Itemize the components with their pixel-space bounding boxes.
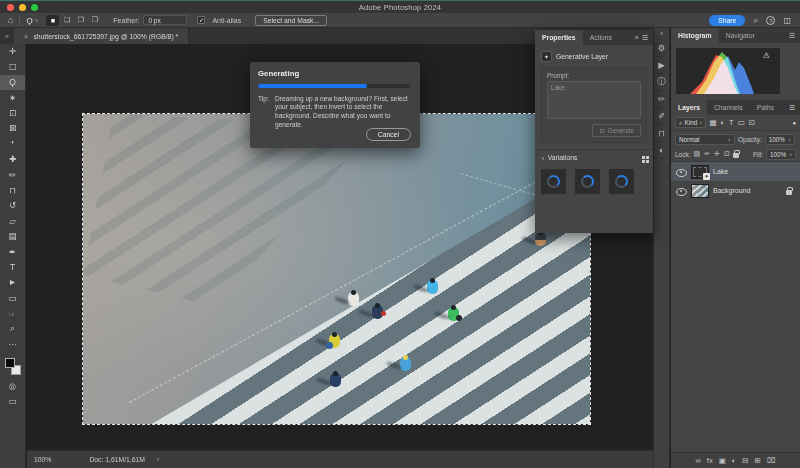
lock-transparency-icon[interactable]: ▨ — [694, 150, 701, 158]
home-icon[interactable]: ⌂ — [8, 15, 13, 25]
tab-histogram[interactable]: Histogram — [671, 28, 719, 43]
clone-stamp-tool[interactable]: ⊓ — [0, 183, 25, 198]
add-layer-mask-icon[interactable]: ▣ — [719, 456, 726, 465]
expand-panels-icon[interactable]: « — [654, 28, 669, 40]
chevron-down-icon[interactable]: ∨ — [541, 155, 545, 161]
tab-navigator[interactable]: Navigator — [719, 28, 762, 43]
opacity-dropdown[interactable]: 100% ∨ — [765, 134, 795, 145]
foreground-color-swatch[interactable] — [5, 358, 15, 368]
path-select-tool[interactable]: ► — [0, 275, 25, 290]
type-tool[interactable]: T — [0, 259, 25, 274]
magic-wand-tool[interactable]: ✶ — [0, 90, 25, 105]
lock-artboard-icon[interactable]: ⊡ — [724, 150, 730, 158]
quick-mask-button[interactable]: ◎ — [0, 379, 25, 394]
brush-settings-panel-icon[interactable]: ✐ — [654, 108, 669, 125]
new-selection[interactable]: ■ — [46, 15, 59, 26]
lasso-tool[interactable]: Ϙ — [0, 75, 25, 90]
add-to-selection[interactable]: ❏ — [60, 15, 73, 26]
chevron-down-icon[interactable]: ∨ — [35, 17, 39, 23]
adjustments-panel-icon[interactable]: ◐ — [654, 142, 669, 159]
history-brush-tool[interactable]: ↺ — [0, 198, 25, 213]
workspace-switcher-icon[interactable]: ◫ — [783, 16, 791, 25]
marquee-tool[interactable]: ☐ — [0, 59, 25, 74]
filter-type-layers-icon[interactable]: T — [729, 118, 734, 127]
tab-actions[interactable]: Actions — [583, 30, 619, 45]
lock-all-icon[interactable] — [733, 153, 739, 158]
more-tools[interactable]: ⋯ — [0, 336, 25, 351]
select-and-mask-button[interactable]: Select and Mask... — [255, 15, 327, 26]
gradient-tool[interactable]: ▤ — [0, 229, 25, 244]
search-icon[interactable]: ⌕ — [753, 15, 758, 26]
panel-menu-icon[interactable]: ☰ — [789, 100, 800, 115]
tab-layers[interactable]: Layers — [671, 100, 707, 115]
layer-name[interactable]: Lake — [713, 168, 728, 175]
filter-toggle-icon[interactable]: ● — [792, 120, 796, 126]
lock-pixels-icon[interactable]: ✏ — [704, 150, 710, 158]
layer-row-lake[interactable]: ✦ Lake — [671, 162, 800, 181]
document-image[interactable] — [83, 114, 590, 424]
frame-tool[interactable]: ⊠ — [0, 121, 25, 136]
subtract-from-selection[interactable]: ❐ — [74, 15, 87, 26]
help-icon[interactable]: ? — [766, 16, 775, 25]
close-tab-icon[interactable]: × — [24, 32, 28, 41]
new-adjustment-layer-icon[interactable]: ◐ — [732, 456, 737, 465]
filter-smart-objects-icon[interactable]: ⊡ — [749, 118, 755, 127]
filter-pixel-layers-icon[interactable]: ▦ — [709, 118, 716, 127]
share-button[interactable]: Share — [709, 15, 745, 26]
brush-tool[interactable]: ✏ — [0, 167, 25, 182]
antialias-checkbox[interactable]: ✓ — [197, 16, 205, 24]
clone-source-panel-icon[interactable]: ⊓ — [654, 125, 669, 142]
tab-channels[interactable]: Channels — [707, 100, 750, 115]
panel-menu-icon[interactable]: ☰ — [642, 30, 653, 45]
cached-data-warning-icon[interactable]: ⚠ — [763, 51, 770, 60]
toolbar-expand-icon[interactable]: » — [0, 28, 14, 44]
eraser-tool[interactable]: ▱ — [0, 213, 25, 228]
healing-brush-tool[interactable]: ✚ — [0, 152, 25, 167]
grid-view-icon[interactable] — [642, 156, 645, 159]
brushes-panel-icon[interactable]: ✏ — [654, 91, 669, 108]
status-options-chevron-icon[interactable]: › — [157, 456, 159, 463]
pen-tool[interactable]: ✒ — [0, 244, 25, 259]
move-tool[interactable]: ✛ — [0, 44, 25, 59]
actions-panel-icon[interactable]: ▶ — [654, 57, 669, 74]
collapse-panel-icon[interactable]: » — [635, 30, 642, 45]
tab-properties[interactable]: Properties — [535, 30, 583, 45]
intersect-selection[interactable]: ❒ — [88, 15, 101, 26]
layer-thumbnail[interactable] — [691, 184, 709, 198]
generate-button[interactable]: ⊡ Generate — [592, 124, 641, 137]
filter-shape-layers-icon[interactable]: ▭ — [738, 118, 745, 127]
prompt-input[interactable]: Lake — [547, 81, 641, 119]
new-group-icon[interactable]: ⊟ — [742, 456, 748, 465]
zoom-level-input[interactable]: 100% — [34, 456, 51, 463]
layer-name[interactable]: Background — [713, 187, 750, 194]
info-panel-icon[interactable]: ⓘ — [654, 74, 669, 91]
link-layers-icon[interactable]: ∞ — [695, 456, 700, 465]
eyedropper-tool[interactable]: ❜ — [0, 136, 25, 151]
feather-input[interactable]: 0 px — [143, 15, 187, 25]
lock-position-icon[interactable]: ✛ — [714, 150, 720, 158]
fill-dropdown[interactable]: 100% ∨ — [766, 149, 796, 160]
zoom-tool[interactable]: ⌕ — [0, 321, 25, 336]
layer-thumbnail[interactable]: ✦ — [691, 165, 709, 179]
crop-tool[interactable]: ⊡ — [0, 106, 25, 121]
document-tab[interactable]: × shutterstock_661725397.jpg @ 100% (RGB… — [14, 28, 189, 44]
tab-paths[interactable]: Paths — [750, 100, 781, 115]
visibility-eye-icon[interactable] — [675, 186, 687, 196]
visibility-eye-icon[interactable] — [675, 167, 687, 177]
panel-menu-icon[interactable]: ☰ — [789, 28, 800, 43]
layer-effects-icon[interactable]: fx — [707, 456, 713, 465]
properties-panel-icon[interactable]: ⚙ — [654, 40, 669, 57]
variation-1[interactable] — [541, 169, 566, 194]
screen-mode-button[interactable]: ▭ — [0, 394, 25, 409]
delete-layer-icon[interactable]: ⌧ — [767, 456, 776, 465]
cancel-button[interactable]: Cancel — [366, 128, 411, 141]
blend-mode-dropdown[interactable]: Normal ∨ — [675, 134, 735, 145]
variation-2[interactable] — [575, 169, 600, 194]
filter-adjustment-layers-icon[interactable]: ◐ — [721, 118, 726, 127]
color-swatches[interactable] — [0, 355, 25, 379]
shape-tool[interactable]: ▭ — [0, 290, 25, 305]
lasso-tool-icon[interactable]: Ϙ — [26, 16, 32, 25]
filter-kind-dropdown[interactable]: ⌕ Kind ∨ — [675, 117, 706, 128]
layer-row-background[interactable]: Background — [671, 181, 800, 200]
variation-3[interactable] — [609, 169, 634, 194]
